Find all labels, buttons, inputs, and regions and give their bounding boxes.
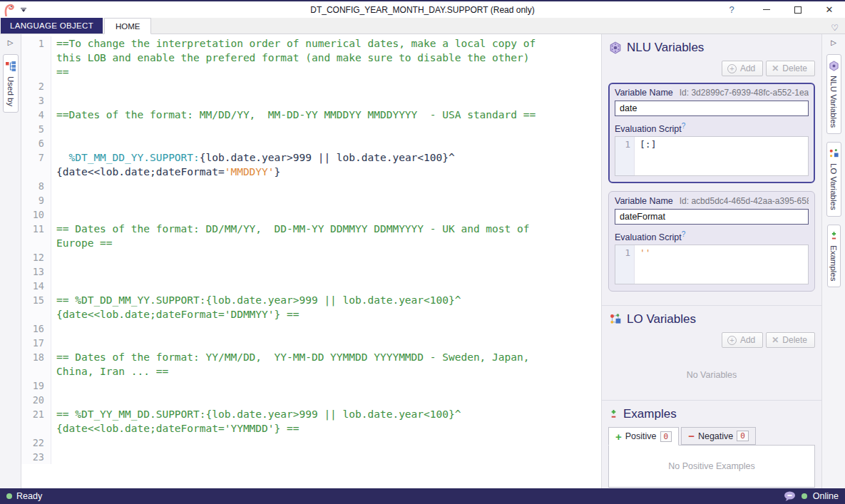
code-text[interactable] — [51, 179, 56, 193]
tab-home[interactable]: HOME — [104, 18, 152, 34]
line-number: 13 — [21, 264, 51, 279]
positive-examples-empty-box: No Positive Examples — [608, 445, 815, 488]
right-panel: NLU Variables + Add ✕ Delete Variable Na… — [601, 34, 821, 488]
examples-icon — [829, 231, 839, 241]
lo-add-label: Add — [740, 335, 755, 345]
positive-plus-icon: + — [615, 431, 622, 442]
nlu-delete-button[interactable]: ✕ Delete — [766, 61, 815, 76]
tab-negative-examples[interactable]: − Negative 0 — [681, 427, 756, 445]
tab-positive-examples[interactable]: + Positive 0 — [608, 427, 679, 446]
app-logo-icon — [4, 4, 15, 16]
code-line: 16 — [21, 322, 601, 336]
variable-name-input[interactable] — [615, 101, 809, 116]
code-text[interactable] — [51, 393, 56, 407]
nlu-add-label: Add — [740, 63, 755, 73]
ribbon-pin-heart-icon[interactable]: ♡ — [831, 24, 839, 32]
expand-left-panel-icon[interactable]: ▷ — [8, 39, 14, 46]
sidebar-item-nlu-variables[interactable]: NLU Variables — [826, 54, 841, 134]
ready-status-text: Ready — [16, 491, 42, 501]
lo-delete-button[interactable]: ✕ Delete — [766, 332, 815, 348]
code-text[interactable] — [51, 207, 56, 222]
code-text[interactable]: == Dates of the format: DD/MM/YY, DD-MM-… — [51, 222, 529, 250]
positive-count-badge: 0 — [660, 431, 672, 442]
online-status-text: Online — [813, 491, 839, 501]
code-line: 4==Dates of the format: MM/DD/YY, MM-DD-… — [21, 108, 601, 122]
nlu-variables-header: NLU Variables — [602, 34, 821, 58]
code-text[interactable] — [51, 193, 56, 207]
close-button[interactable]: ✕ — [814, 1, 845, 18]
script-code[interactable]: [:] — [635, 137, 656, 175]
help-question-icon[interactable]: ? — [682, 230, 686, 238]
code-text[interactable]: == Dates of the format: YY/MM/DD, YY-MM-… — [51, 350, 529, 379]
code-text[interactable]: == %DT_YY_MM_DD.SUPPORT:{lob.date.year>9… — [51, 407, 461, 436]
quick-access-dropdown-icon[interactable] — [19, 8, 28, 12]
add-icon: + — [727, 64, 737, 73]
code-line: 5 — [21, 122, 601, 136]
code-text[interactable] — [51, 136, 56, 150]
help-question-icon[interactable]: ? — [682, 122, 686, 130]
examples-section: Examples + Positive 0 − Negative 0 No Po… — [602, 400, 821, 488]
line-number: 5 — [21, 122, 51, 136]
maximize-button[interactable] — [782, 1, 814, 18]
code-line: 15== %DT_DD_MM_YY.SUPPORT:{lob.date.year… — [21, 293, 601, 322]
code-text[interactable] — [51, 336, 56, 350]
chat-bubble-icon[interactable] — [784, 491, 796, 502]
code-text[interactable]: ==Dates of the format: MM/DD/YY, MM-DD-Y… — [51, 108, 536, 122]
code-text[interactable] — [51, 79, 56, 93]
code-editor[interactable]: 1==To change the interpretation order of… — [21, 34, 601, 488]
nlu-variables-section: NLU Variables + Add ✕ Delete Variable Na… — [602, 34, 821, 299]
evaluation-script-editor[interactable]: 1 [:] — [615, 136, 809, 176]
code-line: 3 — [21, 93, 601, 108]
lo-variables-title: LO Variables — [627, 312, 696, 326]
code-line: 11== Dates of the format: DD/MM/YY, DD-M… — [21, 222, 601, 250]
line-number: 15 — [21, 293, 51, 322]
line-number: 10 — [21, 207, 51, 222]
nlu-add-button[interactable]: + Add — [722, 61, 763, 76]
code-text[interactable]: %DT_MM_DD_YY.SUPPORT:{lob.date.year>999 … — [51, 150, 455, 179]
tab-language-object[interactable]: LANGUAGE OBJECT — [1, 18, 103, 34]
script-code[interactable]: '' — [635, 245, 651, 284]
code-text[interactable] — [51, 93, 56, 108]
positive-tab-label: Positive — [625, 431, 657, 441]
examples-title: Examples — [623, 407, 677, 421]
sidebar-item-used-by[interactable]: Used by — [3, 54, 19, 113]
code-text[interactable] — [51, 379, 56, 393]
line-number: 3 — [21, 93, 51, 108]
lo-add-button[interactable]: + Add — [722, 332, 763, 348]
evaluation-script-label: Evaluation Script? — [615, 122, 809, 134]
code-text[interactable] — [51, 279, 56, 293]
line-number: 14 — [21, 279, 51, 293]
script-line-number: 1 — [615, 137, 635, 175]
code-text[interactable]: ==To change the interpretation order of … — [51, 36, 536, 79]
lo-variables-section: LO Variables + Add ✕ Delete No Variables — [602, 305, 821, 394]
line-number: 12 — [21, 250, 51, 264]
code-line: 10 — [21, 207, 601, 222]
code-line: 2 — [21, 79, 601, 93]
code-text[interactable]: == %DT_DD_MM_YY.SUPPORT:{lob.date.year>9… — [51, 293, 461, 322]
evaluation-script-editor[interactable]: 1 '' — [615, 245, 809, 284]
code-line: 21== %DT_YY_MM_DD.SUPPORT:{lob.date.year… — [21, 407, 601, 436]
sidebar-item-examples[interactable]: Examples — [827, 225, 841, 288]
examples-header: Examples — [602, 401, 821, 425]
main-area: ▷ Used by 1==To change the interpretatio… — [0, 34, 845, 488]
variable-name-input[interactable] — [615, 209, 809, 225]
help-button[interactable]: ? — [718, 1, 745, 18]
ribbon-tab-row: LANGUAGE OBJECT HOME ♡ — [0, 18, 845, 34]
code-text[interactable] — [51, 436, 56, 450]
variable-name-label: Variable Name — [615, 196, 673, 206]
lo-delete-label: Delete — [782, 335, 807, 345]
line-number: 7 — [21, 150, 51, 179]
expand-right-panel-icon[interactable]: ▷ — [831, 39, 836, 46]
eval-label-text: Evaluation Script — [615, 232, 682, 242]
code-text[interactable] — [51, 450, 56, 464]
minimize-button[interactable] — [751, 1, 782, 18]
sidebar-item-lo-variables[interactable]: LO Variables — [826, 142, 841, 217]
code-text[interactable] — [51, 322, 56, 336]
code-text[interactable] — [51, 122, 56, 136]
code-text[interactable] — [51, 264, 56, 279]
status-bar: Ready Online — [0, 488, 845, 504]
nlu-variables-title: NLU Variables — [627, 41, 704, 55]
line-number: 11 — [21, 222, 51, 250]
code-line: 14 — [21, 279, 601, 293]
code-text[interactable] — [51, 250, 56, 264]
